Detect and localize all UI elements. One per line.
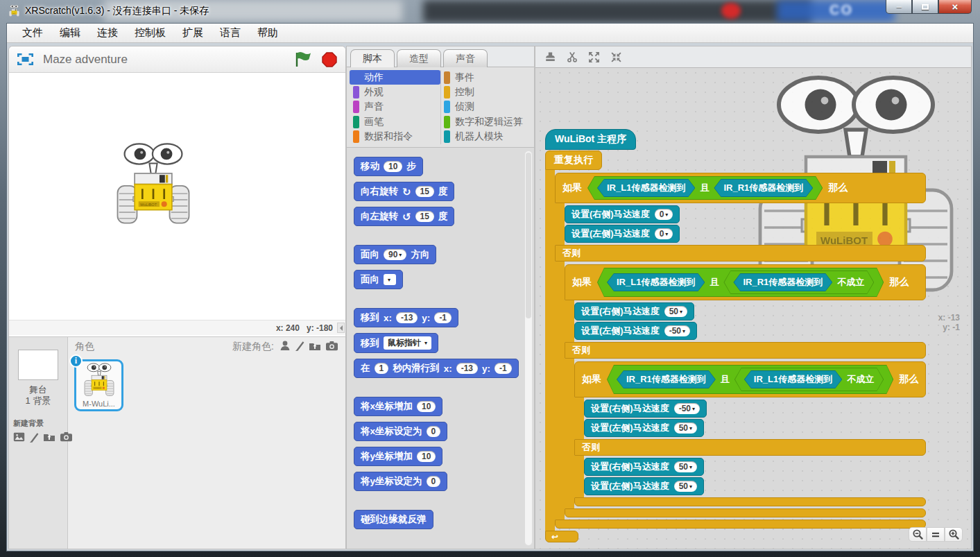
motor-command-block[interactable]: 设置(右侧)马达速度-50▾ xyxy=(584,400,707,418)
new-sprite-camera-icon[interactable] xyxy=(325,340,338,351)
new-backdrop-upload-icon[interactable] xyxy=(43,431,55,443)
category-声音[interactable]: 声音 xyxy=(350,100,440,114)
menu-item-帮助[interactable]: 帮助 xyxy=(249,24,286,42)
palette-block[interactable]: 面向▾ xyxy=(354,270,403,289)
dropdown-input[interactable]: -50▾ xyxy=(674,403,700,414)
maximize-button[interactable] xyxy=(912,0,938,14)
else-bar[interactable]: 否则 xyxy=(555,245,926,262)
palette-block[interactable]: 移动10步 xyxy=(354,157,423,176)
dropdown-input[interactable]: 90▾ xyxy=(384,249,406,260)
palette-block[interactable]: 将y坐标设定为0 xyxy=(354,472,447,491)
grow-icon[interactable] xyxy=(588,51,600,63)
palette-scrollbar[interactable] xyxy=(524,151,533,546)
if-block-bottom[interactable] xyxy=(565,508,926,517)
else-bar[interactable]: 否则 xyxy=(574,439,926,456)
menu-item-文件[interactable]: 文件 xyxy=(14,24,51,42)
palette-block[interactable]: 将x坐标增加10 xyxy=(354,397,442,416)
menu-item-编辑[interactable]: 编辑 xyxy=(51,24,89,42)
sensor-block[interactable]: IR_R1传感器检测到 xyxy=(733,273,832,291)
category-机器人模块[interactable]: 机器人模块 xyxy=(440,130,531,144)
motor-command-block[interactable]: 设置(右侧)马达速度50▾ xyxy=(584,458,704,476)
palette-block[interactable]: 将x坐标设定为0 xyxy=(354,422,447,441)
new-sprite-upload-icon[interactable] xyxy=(309,340,321,351)
stop-button[interactable] xyxy=(322,52,337,67)
else-bar[interactable]: 否则 xyxy=(565,342,926,359)
motor-command-block[interactable]: 设置(右侧)马达速度0▾ xyxy=(565,205,680,223)
scrollbar-thumb[interactable] xyxy=(526,153,531,318)
motor-command-block[interactable]: 设置(左侧)马达速度-50▾ xyxy=(574,322,697,340)
collapse-arrow-button[interactable] xyxy=(337,323,345,333)
sprite-tile-selected[interactable]: i WuLiBOT M-WuLi... xyxy=(74,359,123,411)
forever-block-bottom[interactable]: ↩ xyxy=(545,531,578,542)
menu-item-控制板[interactable]: 控制板 xyxy=(126,24,174,42)
dropdown-input[interactable]: -50▾ xyxy=(664,325,690,336)
motor-command-block[interactable]: 设置(左侧)马达速度0▾ xyxy=(565,225,680,243)
category-数字和逻辑运算[interactable]: 数字和逻辑运算 xyxy=(440,114,531,129)
palette-block[interactable]: 移到鼠标指针▾ xyxy=(354,333,438,353)
and-block[interactable]: IR_L1传感器检测到且IR_R1传感器检测到 xyxy=(587,176,823,200)
category-事件[interactable]: 事件 xyxy=(440,70,531,85)
and-block[interactable]: IR_L1传感器检测到且IR_R1传感器检测到不成立 xyxy=(597,268,884,297)
scissors-icon[interactable] xyxy=(567,51,578,63)
dropdown-input[interactable]: 50▾ xyxy=(664,306,687,317)
dropdown-input[interactable]: 50▾ xyxy=(674,481,697,492)
robot-sprite-on-stage[interactable]: WuLiBOT xyxy=(114,142,192,231)
dropdown-input[interactable]: 0▾ xyxy=(655,228,673,239)
new-sprite-character-icon[interactable] xyxy=(280,340,291,351)
number-input[interactable]: -13 xyxy=(396,312,418,323)
stage-selector[interactable]: 舞台 1 背景 新建背景 xyxy=(9,337,68,549)
not-block[interactable]: IR_R1传感器检测到不成立 xyxy=(723,271,874,294)
stage-canvas[interactable]: WuLiBOT xyxy=(9,73,345,320)
number-input[interactable]: 0 xyxy=(427,476,441,487)
new-backdrop-brush-icon[interactable] xyxy=(29,431,39,443)
palette-block[interactable]: 移到x:-13y:-1 xyxy=(354,308,458,327)
number-input[interactable]: -13 xyxy=(456,363,478,374)
number-input[interactable]: 10 xyxy=(417,451,436,462)
palette-block[interactable]: 在1秒内滑行到x:-13y:-1 xyxy=(354,359,519,378)
category-数据和指令[interactable]: 数据和指令 xyxy=(350,130,440,144)
info-icon[interactable]: i xyxy=(69,354,83,368)
tab-声音[interactable]: 声音 xyxy=(443,49,488,67)
palette-block[interactable]: 将y坐标增加10 xyxy=(354,447,442,466)
dropdown-input[interactable]: 鼠标指针▾ xyxy=(384,336,431,350)
new-sprite-brush-icon[interactable] xyxy=(295,340,304,351)
dropdown-input[interactable]: 0▾ xyxy=(655,209,673,220)
category-动作[interactable]: 动作 xyxy=(350,70,440,85)
number-input[interactable]: 10 xyxy=(384,161,402,172)
zoom-reset-button[interactable] xyxy=(927,527,945,542)
palette-block[interactable]: 向右旋转↻15度 xyxy=(354,182,454,201)
number-input[interactable]: -1 xyxy=(495,363,512,374)
tab-造型[interactable]: 造型 xyxy=(397,49,441,67)
menu-item-连接[interactable]: 连接 xyxy=(89,24,126,42)
if-block-top[interactable]: 如果IR_L1传感器检测到且IR_R1传感器检测到不成立那么 xyxy=(565,264,926,300)
tab-脚本[interactable]: 脚本 xyxy=(350,49,395,67)
category-侦测[interactable]: 侦测 xyxy=(440,100,531,114)
number-input[interactable]: 0 xyxy=(427,426,441,437)
and-block[interactable]: IR_R1传感器检测到且IR_L1传感器检测到不成立 xyxy=(607,365,893,394)
number-input[interactable]: 1 xyxy=(375,363,389,374)
zoom-out-button[interactable] xyxy=(909,527,927,542)
menu-item-语言[interactable]: 语言 xyxy=(212,24,249,42)
dropdown-input[interactable]: 50▾ xyxy=(674,461,697,472)
number-input[interactable]: -1 xyxy=(434,312,452,323)
new-backdrop-image-icon[interactable] xyxy=(13,431,25,443)
dropdown-input[interactable]: ▾ xyxy=(384,274,396,285)
motor-command-block[interactable]: 设置(左侧)马达速度50▾ xyxy=(584,419,704,437)
sensor-block[interactable]: IR_R1传感器检测到 xyxy=(714,179,813,197)
sensor-block[interactable]: IR_L1传感器检测到 xyxy=(607,273,705,291)
zoom-in-button[interactable] xyxy=(945,527,963,542)
if-block-bottom[interactable] xyxy=(555,520,926,529)
fullscreen-icon[interactable] xyxy=(17,53,33,65)
not-block[interactable]: IR_L1传感器检测到不成立 xyxy=(734,368,884,391)
minimize-button[interactable]: – xyxy=(886,0,912,14)
number-input[interactable]: 15 xyxy=(415,211,434,222)
forever-block-top[interactable]: 重复执行 xyxy=(545,151,602,170)
motor-command-block[interactable]: 设置(左侧)马达速度50▾ xyxy=(584,477,704,495)
palette-block[interactable]: 碰到边缘就反弹 xyxy=(354,510,433,529)
sensor-block[interactable]: IR_R1传感器检测到 xyxy=(617,370,716,388)
if-block-top[interactable]: 如果IR_R1传感器检测到且IR_L1传感器检测到不成立那么 xyxy=(574,361,926,397)
category-画笔[interactable]: 画笔 xyxy=(350,114,440,129)
if-block-top[interactable]: 如果IR_L1传感器检测到且IR_R1传感器检测到那么 xyxy=(555,173,926,203)
sensor-block[interactable]: IR_L1传感器检测到 xyxy=(744,370,842,388)
category-外观[interactable]: 外观 xyxy=(350,85,440,99)
